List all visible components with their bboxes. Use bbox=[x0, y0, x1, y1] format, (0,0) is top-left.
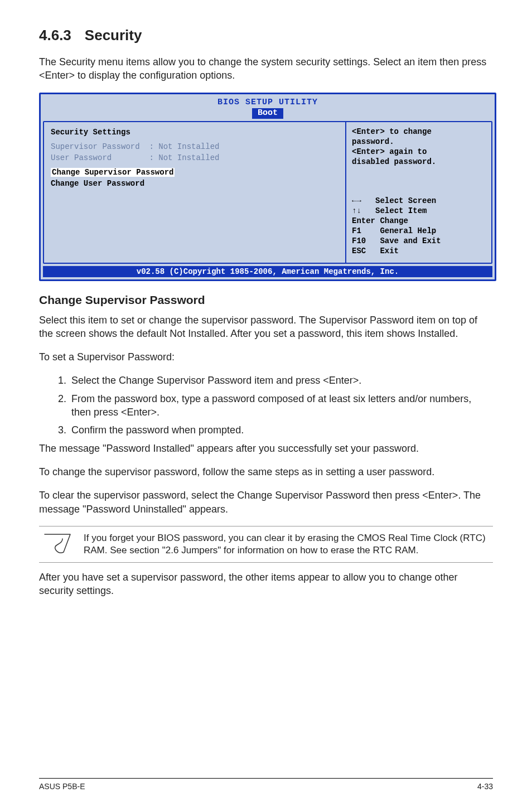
bios-key-f1: F1 General Help bbox=[352, 226, 486, 236]
bios-key-legend: ←→ Select Screen ↑↓ Select Item Enter Ch… bbox=[352, 196, 486, 256]
note-callout: If you forget your BIOS password, you ca… bbox=[39, 526, 493, 563]
step-1: Select the Change Supervisor Password it… bbox=[69, 374, 493, 387]
paperclip-icon bbox=[42, 532, 72, 554]
bios-left-pane: Security Settings Supervisor Password : … bbox=[44, 122, 345, 263]
bios-help-line-1: <Enter> to change bbox=[352, 127, 486, 137]
arrows-ud-icon: ↑↓ bbox=[352, 206, 361, 215]
bios-change-sup-row: Change Supervisor Password bbox=[51, 167, 338, 178]
bios-help-line-3: <Enter> again to bbox=[352, 147, 486, 157]
bios-copyright-bar: v02.58 (C)Copyright 1985-2006, American … bbox=[43, 266, 492, 277]
bios-user-password-value: : Not Installed bbox=[149, 153, 219, 162]
paragraph-4: To change the supervisor password, follo… bbox=[39, 465, 493, 479]
bios-key-f10: F10 Save and Exit bbox=[352, 236, 486, 246]
steps-list: Select the Change Supervisor Password it… bbox=[39, 374, 493, 437]
section-heading: 4.6.3Security bbox=[39, 27, 493, 44]
section-number: 4.6.3 bbox=[39, 27, 71, 44]
bios-supervisor-password-value: : Not Installed bbox=[149, 142, 219, 151]
bios-change-user-password: Change User Password bbox=[51, 178, 338, 189]
bios-supervisor-password-label: Supervisor Password bbox=[51, 142, 140, 151]
bios-help-text: <Enter> to change password. <Enter> agai… bbox=[352, 127, 486, 167]
bios-key-enter: Enter Change bbox=[352, 216, 486, 226]
bios-inner: Security Settings Supervisor Password : … bbox=[43, 121, 492, 264]
spacer bbox=[51, 189, 338, 256]
paragraph-5: To clear the supervisor password, select… bbox=[39, 489, 493, 516]
paragraph-1: Select this item to set or change the su… bbox=[39, 313, 493, 341]
intro-paragraph: The Security menu items allow you to cha… bbox=[39, 55, 493, 83]
bios-user-password-label: User Password bbox=[51, 153, 112, 162]
page-container: 4.6.3Security The Security menu items al… bbox=[0, 0, 532, 802]
bios-right-pane: <Enter> to change password. <Enter> agai… bbox=[345, 122, 491, 263]
arrows-lr-icon: ←→ bbox=[352, 196, 361, 205]
bios-screenshot: BIOS SETUP UTILITY Boot Security Setting… bbox=[39, 93, 496, 281]
bios-user-password-row: User Password : Not Installed bbox=[51, 152, 338, 163]
section-title: Security bbox=[85, 27, 142, 44]
paragraph-3: The message "Password Installed" appears… bbox=[39, 442, 493, 455]
subsection-heading: Change Supervisor Password bbox=[39, 293, 493, 307]
bios-key-select-item: ↑↓ Select Item bbox=[352, 206, 486, 216]
bios-change-supervisor-password: Change Supervisor Password bbox=[51, 168, 175, 177]
note-text: If you forget your BIOS password, you ca… bbox=[84, 532, 490, 557]
paragraph-2: To set a Supervisor Password: bbox=[39, 350, 493, 364]
bios-help-line-2: password. bbox=[352, 137, 486, 147]
bios-help-line-4: disabled password. bbox=[352, 157, 486, 167]
footer-left: ASUS P5B-E bbox=[39, 782, 85, 791]
paragraph-6: After you have set a supervisor password… bbox=[39, 571, 493, 598]
step-2: From the password box, type a password c… bbox=[69, 392, 493, 419]
bios-tab-boot: Boot bbox=[252, 108, 283, 119]
bios-key-select-screen: ←→ Select Screen bbox=[352, 196, 486, 206]
page-footer: ASUS P5B-E 4-33 bbox=[39, 778, 493, 791]
bios-title: BIOS SETUP UTILITY bbox=[217, 98, 318, 107]
note-icon bbox=[42, 532, 72, 557]
bios-title-row: BIOS SETUP UTILITY Boot bbox=[41, 94, 495, 119]
bios-security-settings-heading: Security Settings bbox=[51, 127, 338, 138]
footer-right: 4-33 bbox=[477, 782, 493, 791]
bios-supervisor-password-row: Supervisor Password : Not Installed bbox=[51, 141, 338, 152]
bios-key-esc: ESC Exit bbox=[352, 246, 486, 256]
step-3: Confirm the password when prompted. bbox=[69, 423, 493, 437]
